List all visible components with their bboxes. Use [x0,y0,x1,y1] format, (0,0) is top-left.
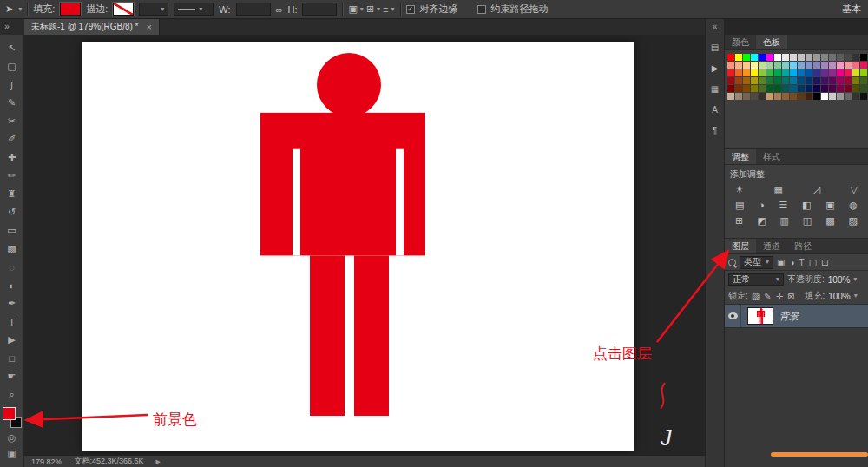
tab-styles[interactable]: 样式 [756,149,787,164]
color-swatch[interactable] [813,77,820,84]
color-swatch[interactable] [852,93,859,100]
color-swatch[interactable] [798,93,805,100]
pen-tool[interactable]: ✒ [2,294,23,312]
color-swatch[interactable] [837,54,844,61]
color-swatch[interactable] [759,54,766,61]
color-swatch[interactable] [860,69,867,76]
path-arrange-icon[interactable]: ≡ [383,4,388,15]
color-swatch[interactable] [829,93,836,100]
shape-width-input[interactable] [236,3,271,16]
color-swatch[interactable] [845,54,852,61]
path-alignment-icon[interactable]: ⊞ [366,3,374,15]
dodge-tool[interactable]: ◐ [2,276,23,294]
color-swatch[interactable] [743,85,750,92]
history-panel-icon[interactable]: ▤ [711,43,719,52]
color-swatch[interactable] [774,54,781,61]
black-white-icon[interactable]: ◧ [802,200,811,211]
tab-adjustments[interactable]: 调整 [725,149,756,164]
brushes-panel-icon[interactable]: ▦ [711,84,719,94]
stroke-width-select[interactable]: ▾ [139,3,168,16]
color-swatch[interactable] [806,62,812,69]
filter-shape-layers-icon[interactable]: ▢ [809,258,817,267]
blend-mode-select[interactable]: 正常 ▾ [728,273,784,286]
color-swatch[interactable] [766,54,773,61]
color-swatch[interactable] [751,93,758,100]
move-tool[interactable]: ↖ [2,39,23,57]
color-swatch[interactable] [852,85,859,92]
color-swatch[interactable] [837,69,844,76]
color-swatch[interactable] [727,54,734,61]
workspace-switcher[interactable]: 基本 [842,3,863,16]
hue-saturation-icon[interactable]: ◑ [759,200,765,211]
tab-layers[interactable]: 图层 [725,239,756,253]
fill-color-swatch[interactable] [60,3,81,16]
color-swatch[interactable] [727,93,734,100]
foreground-color-swatch[interactable] [3,407,16,420]
threshold-icon[interactable]: ◫ [803,215,812,227]
color-swatch[interactable] [751,54,758,61]
color-swatch[interactable] [774,93,781,100]
color-swatch[interactable] [727,77,734,84]
tool-preset-dropdown-icon[interactable]: ▾ [18,6,22,13]
crop-tool[interactable]: ✂ [2,112,23,130]
curves-icon[interactable]: ◿ [812,184,819,195]
channel-mixer-icon[interactable]: ◍ [849,200,858,211]
color-swatch[interactable] [782,69,789,76]
tab-color[interactable]: 颜色 [725,35,756,49]
color-swatch[interactable] [837,77,844,84]
color-swatch[interactable] [821,93,828,100]
canvas-area[interactable] [24,35,705,455]
color-swatch[interactable] [806,54,812,61]
color-swatch[interactable] [727,62,734,69]
color-swatch[interactable] [759,69,766,76]
color-swatch[interactable] [806,85,812,92]
color-swatch[interactable] [837,62,844,69]
color-swatch[interactable] [852,77,859,84]
tab-channels[interactable]: 通道 [756,239,787,253]
color-swatch[interactable] [837,93,844,100]
exposure-icon[interactable]: ▽ [851,184,858,195]
color-swatch[interactable] [743,93,750,100]
color-swatch[interactable] [727,69,734,76]
lock-transparent-icon[interactable]: ▨ [752,292,760,301]
color-swatch[interactable] [821,54,828,61]
color-swatch[interactable] [837,85,844,92]
photo-filter-icon[interactable]: ▣ [825,200,834,211]
zoom-level[interactable]: 179.82% [31,457,62,466]
color-swatch[interactable] [790,85,797,92]
lock-pixels-icon[interactable]: ✎ [764,292,771,301]
path-selection-tool[interactable]: ▶ [2,331,23,349]
color-swatch[interactable] [735,62,742,69]
tab-swatches[interactable]: 色板 [756,35,787,49]
gradient-map-icon[interactable]: ▩ [825,215,834,227]
color-swatch[interactable] [790,69,797,76]
color-swatch[interactable] [790,93,797,100]
color-swatch[interactable] [735,77,742,84]
gradient-tool[interactable]: ▩ [2,240,23,258]
color-swatch[interactable] [821,85,828,92]
color-swatch[interactable] [766,93,773,100]
visibility-eye-icon[interactable] [728,312,738,319]
close-tab-icon[interactable]: × [147,22,152,32]
blur-tool[interactable]: ◌ [2,258,23,276]
color-swatch[interactable] [860,77,867,84]
paragraph-panel-icon[interactable]: ¶ [713,126,717,135]
zoom-tool[interactable]: ⌕ [2,385,23,404]
selective-color-icon[interactable]: ▨ [849,215,858,227]
artboard[interactable] [82,42,634,451]
history-brush-tool[interactable]: ↺ [2,203,23,221]
clone-stamp-tool[interactable]: ♜ [2,185,23,203]
color-swatch[interactable] [766,62,773,69]
align-edges-checkbox[interactable]: ✓ [406,5,415,14]
color-swatch[interactable] [852,62,859,69]
color-swatch[interactable] [829,62,836,69]
document-tab[interactable]: 未标题-1 @ 179%(RGB/8) * × [24,19,160,35]
color-swatch[interactable] [813,85,820,92]
color-swatch[interactable] [852,69,859,76]
visibility-cell[interactable] [725,305,741,327]
color-swatch[interactable] [743,62,750,69]
layer-thumbnail[interactable] [747,307,773,325]
color-swatch[interactable] [751,85,758,92]
link-dimensions-icon[interactable]: ∞ [276,4,283,15]
color-lookup-icon[interactable]: ⊞ [735,215,743,227]
